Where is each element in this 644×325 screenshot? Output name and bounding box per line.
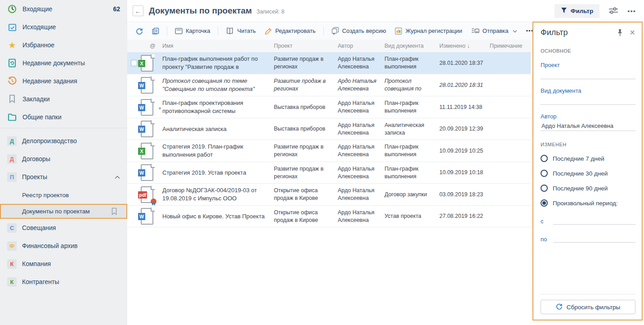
- sidebar-module-records[interactable]: Д Делопроизводство: [0, 132, 127, 150]
- chevron-up-icon[interactable]: [115, 173, 120, 181]
- sidebar-module-meetings[interactable]: С Совещания: [0, 219, 127, 237]
- sidebar-item-label: Проекты: [22, 173, 115, 181]
- refresh-button[interactable]: [132, 25, 147, 37]
- column-attachment[interactable]: @: [141, 43, 162, 49]
- reset-button-label: Сбросить фильтры: [567, 304, 621, 311]
- create-version-button[interactable]: Создать версию: [327, 24, 390, 37]
- sidebar-module-financial-archive[interactable]: Ф Финансовый архив: [0, 237, 127, 255]
- document-name[interactable]: Стратегия 2019. План-график выполнения р…: [162, 140, 274, 162]
- sidebar-item-label: Документы по проектам: [22, 208, 109, 215]
- expand-plus-icon[interactable]: +: [158, 105, 161, 112]
- column-name[interactable]: Имя: [162, 43, 274, 49]
- document-author: Ардо Наталья Алексеевна: [338, 119, 385, 140]
- send-button-label: Отправка: [483, 27, 509, 34]
- column-modified[interactable]: Изменено ↓: [439, 43, 490, 49]
- filter-doctype-link[interactable]: Вид документа: [541, 87, 635, 94]
- column-author[interactable]: Автор: [338, 43, 385, 49]
- table-row[interactable]: W Аналитическая записка Выставка приборо…: [127, 118, 531, 140]
- filter-panel: Фильтр ✕ ОСНОВНОЕ Проект Вид документа А…: [532, 22, 643, 320]
- sidebar-item-recent-documents[interactable]: Недавние документы: [0, 54, 127, 72]
- header-actions: Фильтр •••: [555, 4, 636, 18]
- calendar-check-icon: [7, 22, 17, 32]
- filter-doctype-input[interactable]: [541, 94, 635, 105]
- sidebar-module-projects[interactable]: П Проекты: [0, 168, 127, 186]
- table-row[interactable]: pdf Договор №ДОГЗАК-004/2019-03 от 19.08…: [127, 184, 531, 206]
- filter-toggle-button[interactable]: Фильтр: [555, 4, 599, 18]
- column-note[interactable]: Примечание: [490, 43, 531, 49]
- sidebar-item-label: Совещания: [22, 224, 120, 231]
- pin-icon[interactable]: [617, 29, 623, 36]
- sidebar-item-project-register[interactable]: Реестр проектов: [0, 186, 127, 204]
- table-row[interactable]: W Протокол совещания по теме "Совещание …: [127, 74, 531, 96]
- card-button[interactable]: Карточка: [171, 25, 214, 37]
- document-name[interactable]: Договор №ДОГЗАК-004/2019-03 от 19.08.201…: [162, 184, 274, 205]
- radio-icon: [541, 185, 548, 192]
- send-button[interactable]: Отправка: [467, 25, 521, 37]
- document-project: Выставка приборов: [274, 122, 338, 135]
- document-project: Развитие продаж в регионах: [274, 75, 338, 95]
- view-settings-icon[interactable]: [608, 7, 618, 15]
- document-name[interactable]: Стратегия 2019. Устав проекта: [162, 166, 274, 180]
- sidebar-item-shared-folders[interactable]: Общие папки: [0, 108, 127, 126]
- sidebar: Входящие 62 Исходящие ★ Избранное Недавн…: [0, 0, 127, 325]
- document-name[interactable]: План-график проектирования противопожарн…: [162, 96, 274, 118]
- radio-custom-period[interactable]: Произвольный период:: [541, 199, 635, 207]
- document-name[interactable]: Аналитическая записка: [162, 122, 274, 136]
- document-name[interactable]: Новый офис в Кирове. Устав Проекта: [162, 210, 274, 223]
- sidebar-module-counterparties[interactable]: К Контрагенты: [0, 273, 127, 291]
- module-letter-icon: П: [7, 172, 17, 182]
- bookmark-icon[interactable]: [109, 207, 119, 217]
- file-type-icon-pdf-signed: pdf: [141, 186, 162, 203]
- table-row[interactable]: X Стратегия 2019. План-график выполнения…: [127, 140, 531, 162]
- registration-journal-button[interactable]: Журнал регистрации: [391, 25, 466, 37]
- document-modified: 11.11.2019 14:38: [439, 101, 490, 114]
- edit-button[interactable]: Редактировать: [261, 25, 320, 37]
- sidebar-item-outbox[interactable]: Исходящие: [0, 18, 127, 36]
- back-button[interactable]: ←: [133, 5, 143, 16]
- sidebar-item-recent-tasks[interactable]: Недавние задания: [0, 72, 127, 90]
- filter-button-label: Фильтр: [571, 8, 593, 14]
- filter-project-input[interactable]: [541, 68, 635, 79]
- sidebar-item-bookmarks[interactable]: Закладки: [0, 90, 127, 108]
- table-row[interactable]: W Стратегия 2019. Устав проекта Развитие…: [127, 162, 531, 184]
- document-note: [490, 214, 531, 219]
- toolbar: Карточка Читать Редактировать Создать ве…: [127, 22, 531, 40]
- radio-icon: [541, 170, 548, 177]
- filter-author-link[interactable]: Автор: [541, 113, 635, 120]
- sidebar-item-project-documents[interactable]: Документы по проектам: [0, 204, 127, 219]
- table-row[interactable]: W Новый офис в Кирове. Устав Проекта Отк…: [127, 206, 531, 227]
- reset-filters-button[interactable]: Сбросить фильтры: [541, 300, 635, 314]
- reset-refresh-icon: [556, 303, 563, 311]
- read-button[interactable]: Читать: [222, 25, 259, 37]
- radio-last-7-days[interactable]: Последние 7 дней: [541, 155, 635, 162]
- column-project[interactable]: Проект: [274, 43, 338, 49]
- sidebar-item-favorites[interactable]: ★ Избранное: [0, 36, 127, 54]
- radio-last-90-days[interactable]: Последние 90 дней: [541, 185, 635, 192]
- date-from-input[interactable]: [553, 216, 635, 225]
- bookmark-icon: [7, 94, 17, 104]
- sidebar-module-company[interactable]: К Компания: [0, 255, 127, 273]
- radio-last-30-days[interactable]: Последние 30 дней: [541, 170, 635, 177]
- filter-author-value[interactable]: Ардо Наталья Алексеевна: [541, 120, 635, 131]
- document-type: План-график выполнения: [385, 97, 439, 117]
- close-icon[interactable]: ✕: [630, 28, 635, 37]
- document-note: [490, 170, 531, 176]
- table-row[interactable]: X План-график выполнения работ по проект…: [127, 52, 531, 74]
- sidebar-item-inbox[interactable]: Входящие 62: [0, 0, 127, 18]
- document-type: Протокол совещания по: [385, 75, 439, 95]
- filter-project-link[interactable]: Проект: [541, 62, 635, 68]
- copy-button[interactable]: [148, 25, 163, 37]
- document-name[interactable]: План-график выполнения работ по проекту …: [162, 52, 274, 74]
- sidebar-item-label: Контрагенты: [22, 278, 120, 285]
- column-doctype[interactable]: Вид документа: [385, 43, 439, 49]
- more-options-icon[interactable]: •••: [627, 8, 636, 14]
- sidebar-module-contracts[interactable]: Д Договоры: [0, 150, 127, 168]
- sidebar-item-label: Общие папки: [22, 113, 120, 121]
- document-name[interactable]: Протокол совещания по теме "Совещание по…: [162, 74, 274, 96]
- date-to-input[interactable]: [553, 234, 635, 243]
- star-icon: ★: [7, 40, 17, 50]
- document-type: План-график выполнения: [385, 53, 439, 73]
- document-project: Развитие продаж в регионах: [274, 162, 338, 183]
- table-row[interactable]: W + План-график проектирования противопо…: [127, 96, 531, 118]
- radio-label: Последние 90 дней: [553, 185, 608, 192]
